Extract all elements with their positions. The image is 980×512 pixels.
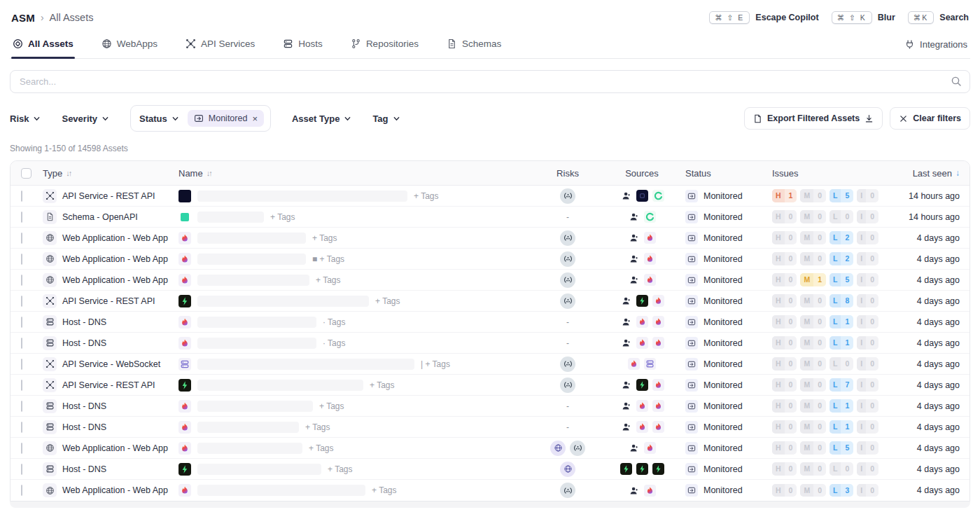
add-tags-button[interactable]: + Tags [316, 275, 340, 285]
add-tags-button[interactable]: · Tags [323, 317, 345, 327]
tab-repositories[interactable]: Repositories [349, 31, 420, 58]
row-checkbox[interactable] [21, 443, 22, 454]
sources-cell [598, 295, 685, 307]
tab-all-assets[interactable]: All Assets [11, 31, 75, 58]
table-row[interactable]: Host - DNS+ Tags-MonitoredH0M0L1I04 days… [10, 417, 969, 438]
row-checkbox[interactable] [21, 380, 22, 391]
issue-count: 0 [866, 484, 878, 497]
row-checkbox[interactable] [21, 317, 22, 328]
table-row[interactable]: API Service - REST API+ TagsMonitoredH1M… [10, 186, 969, 207]
add-tags-button[interactable]: + Tags [309, 443, 333, 453]
row-checkbox[interactable] [21, 338, 22, 349]
clear-filters-button[interactable]: Clear filters [890, 107, 970, 130]
issue-badge-m: M0 [800, 189, 826, 202]
add-tags-button[interactable]: + Tags [328, 464, 352, 474]
flame-logo-avatar [178, 316, 191, 328]
issue-letter: H [772, 294, 785, 307]
issue-count: 0 [785, 252, 797, 265]
table-row[interactable]: Host - DNS· Tags-MonitoredH0M0L1I04 days… [10, 333, 969, 354]
add-tags-button[interactable]: ■ + Tags [312, 254, 344, 264]
row-checkbox[interactable] [21, 401, 22, 412]
status-filter-dropdown[interactable]: Status [139, 113, 179, 124]
tab-integrations[interactable]: Integrations [903, 31, 969, 58]
table-row[interactable]: API Service - REST API+ TagsMonitoredH0M… [10, 291, 969, 312]
add-tags-button[interactable]: + Tags [312, 233, 337, 243]
issue-badge-h: H0 [772, 336, 797, 350]
row-checkbox[interactable] [21, 485, 22, 496]
risks-cell [537, 188, 598, 204]
sort-both-icon[interactable]: ↓↑ [66, 169, 71, 177]
issue-letter: L [830, 189, 841, 202]
monitored-icon [194, 113, 204, 123]
search-input[interactable] [10, 70, 970, 93]
issue-badge-l: L7 [830, 378, 853, 392]
row-checkbox[interactable] [21, 464, 22, 475]
monitored-filter-chip[interactable]: Monitored × [188, 110, 264, 127]
table-row[interactable]: Schema - OpenAPI+ Tags-MonitoredH0M0L0I0… [10, 207, 969, 228]
sort-both-icon[interactable]: ↓↑ [206, 169, 211, 177]
table-row[interactable]: API Service - REST API+ TagsMonitoredH0M… [10, 375, 969, 396]
row-checkbox[interactable] [21, 422, 22, 433]
table-row[interactable]: Web Application - Web App+ TagsMonitored… [10, 228, 969, 249]
tab-webapps[interactable]: WebApps [100, 31, 159, 58]
row-checkbox[interactable] [21, 275, 22, 286]
close-icon [899, 114, 908, 123]
tab-api-services[interactable]: API Services [184, 31, 256, 58]
shortcut-escape-copilot[interactable]: ⌘ ⇧ E Escape Copilot [709, 11, 818, 24]
add-tags-button[interactable]: + Tags [305, 422, 330, 432]
name-cell: + Tags [178, 400, 537, 413]
add-tags-button[interactable]: + Tags [372, 485, 396, 495]
column-header-sources[interactable]: Sources [598, 168, 685, 179]
row-checkbox[interactable] [21, 191, 22, 202]
flame-source-icon [652, 379, 664, 391]
row-checkbox[interactable] [21, 233, 22, 244]
sort-desc-icon[interactable]: ↓ [955, 168, 960, 178]
search-icon[interactable] [951, 76, 962, 87]
issue-count: 0 [813, 378, 826, 392]
table-row[interactable]: Web Application - Web App■ + TagsMonitor… [10, 249, 969, 270]
table-row[interactable]: Host - DNS+ TagsMonitoredH0M0L0I04 days … [10, 459, 969, 480]
row-checkbox[interactable] [21, 359, 22, 370]
row-checkbox[interactable] [21, 212, 22, 223]
shortcut-search[interactable]: ⌘K Search [908, 11, 969, 24]
add-tags-button[interactable]: | + Tags [421, 359, 450, 369]
add-tags-button[interactable]: + Tags [319, 401, 344, 411]
tag-filter-dropdown[interactable]: Tag [372, 113, 400, 124]
column-header-name[interactable]: Name ↓↑ [178, 168, 537, 179]
risks-cell [537, 230, 598, 246]
add-tags-button[interactable]: + Tags [370, 380, 394, 390]
column-header-status[interactable]: Status [685, 168, 772, 179]
add-tags-button[interactable]: · Tags [323, 338, 345, 348]
row-checkbox[interactable] [21, 296, 22, 307]
row-checkbox[interactable] [21, 254, 22, 265]
tab-hosts[interactable]: Hosts [281, 31, 324, 58]
column-header-type[interactable]: Type ↓↑ [43, 168, 178, 179]
column-header-issues[interactable]: Issues [772, 168, 891, 179]
table-row[interactable]: Host - DNS· Tags-MonitoredH0M0L1I04 days… [10, 312, 969, 333]
tab-schemas[interactable]: Schemas [445, 31, 503, 58]
severity-filter-dropdown[interactable]: Severity [62, 113, 109, 124]
issue-badge-l: L2 [830, 231, 853, 244]
issue-badge-h: H0 [772, 231, 797, 244]
shortcut-blur[interactable]: ⌘ ⇧ K Blur [832, 11, 895, 24]
risks-cell [537, 483, 598, 498]
add-tags-button[interactable]: + Tags [414, 191, 438, 201]
table-row[interactable]: API Service - WebSocket| + TagsMonitored… [10, 354, 969, 375]
select-all-checkbox[interactable] [21, 168, 31, 179]
asset-type-filter-dropdown[interactable]: Asset Type [292, 113, 351, 124]
api-hub-icon [186, 39, 196, 49]
column-header-risks[interactable]: Risks [537, 168, 598, 179]
table-row[interactable]: Web Application - Web App+ TagsMonitored… [10, 480, 969, 501]
add-tags-button[interactable]: + Tags [270, 212, 295, 222]
breadcrumb-app[interactable]: ASM [11, 12, 35, 24]
table-row[interactable]: Host - DNS+ Tags-MonitoredH0M0L1I04 days… [10, 396, 969, 417]
add-tags-button[interactable]: + Tags [375, 296, 400, 306]
risk-filter-dropdown[interactable]: Risk [10, 113, 41, 124]
table-row[interactable]: Web Application - Web App+ TagsMonitored… [10, 270, 969, 291]
issues-cell: H0M0L3I0 [772, 484, 891, 497]
type-cell: API Service - REST API [43, 189, 178, 203]
remove-filter-icon[interactable]: × [252, 114, 258, 123]
export-filtered-assets-button[interactable]: Export Filtered Assets [744, 107, 883, 130]
column-header-last-seen[interactable]: Last seen ↓ [891, 168, 969, 179]
table-row[interactable]: Web Application - Web App+ TagsMonitored… [10, 438, 969, 459]
